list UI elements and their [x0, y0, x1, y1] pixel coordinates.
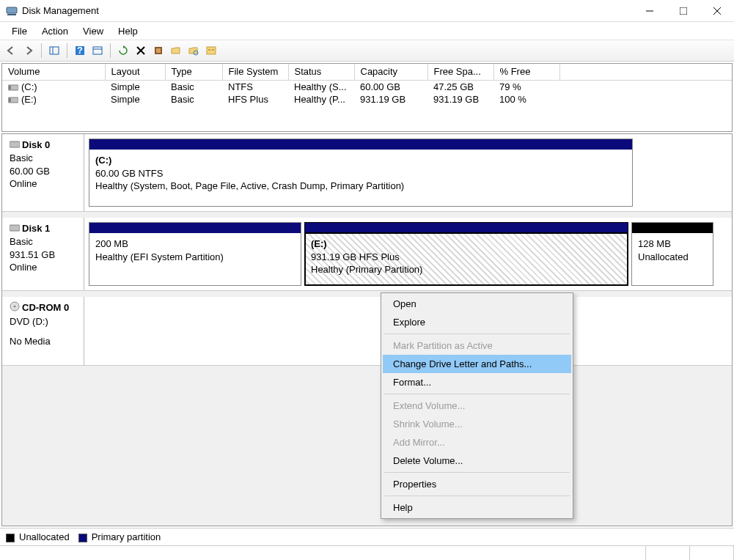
ctx-properties[interactable]: Properties	[383, 475, 571, 493]
ctx-shrink-volume: Shrink Volume...	[383, 415, 571, 433]
menu-view[interactable]: View	[76, 23, 111, 39]
legend: UnallocatedPrimary partition	[0, 528, 734, 545]
drive-icon	[8, 81, 18, 89]
menu-separator	[384, 472, 570, 473]
context-menu[interactable]: OpenExploreMark Partition as ActiveChang…	[381, 292, 573, 519]
svg-rect-10	[93, 47, 102, 54]
window-title: Disk Management	[22, 5, 633, 16]
menu-action[interactable]: Action	[34, 23, 76, 39]
disk-info[interactable]: Disk 0Basic60.00 GBOnline	[2, 134, 84, 211]
menu-separator	[384, 495, 570, 496]
partition-header	[632, 223, 713, 233]
svg-rect-21	[9, 86, 11, 89]
volume-row[interactable]: (C:)SimpleBasicNTFSHealthy (S...60.00 GB…	[2, 80, 732, 93]
ctx-delete-volume[interactable]: Delete Volume...	[383, 452, 571, 470]
ctx-add-mirror: Add Mirror...	[383, 433, 571, 452]
partition[interactable]: 200 MBHealthy (EFI System Partition)	[89, 222, 301, 286]
toolbar-help-icon[interactable]: ?	[72, 43, 88, 59]
col-type[interactable]: Type	[165, 64, 222, 80]
toolbar-open-icon[interactable]	[168, 43, 184, 59]
svg-rect-18	[208, 49, 210, 51]
svg-text:?: ?	[77, 45, 83, 56]
menu-file[interactable]: File	[4, 23, 34, 39]
svg-rect-19	[212, 49, 214, 51]
partition-header	[89, 223, 301, 233]
col--free[interactable]: % Free	[493, 64, 559, 80]
svg-rect-6	[50, 47, 59, 54]
toolbar-detail-icon[interactable]	[186, 43, 202, 59]
disk-map: Disk 0Basic60.00 GBOnline(C:)60.00 GB NT…	[1, 133, 733, 526]
toolbar-settings-icon[interactable]	[203, 43, 219, 59]
col-volume[interactable]: Volume	[2, 64, 105, 80]
ctx-help[interactable]: Help	[383, 498, 571, 517]
ctx-change-drive-letter-and-paths[interactable]: Change Drive Letter and Paths...	[383, 355, 571, 373]
col-file-system[interactable]: File System	[222, 64, 288, 80]
partition[interactable]: 128 MBUnallocated	[631, 222, 713, 286]
minimize-button[interactable]	[633, 0, 667, 22]
hdd-icon	[10, 139, 20, 152]
hdd-icon	[10, 223, 20, 236]
ctx-open[interactable]: Open	[383, 295, 571, 313]
maximize-button[interactable]	[667, 0, 700, 22]
ctx-explore[interactable]: Explore	[383, 313, 571, 331]
svg-rect-1	[7, 14, 16, 15]
ctx-format[interactable]: Format...	[383, 373, 571, 391]
svg-rect-0	[7, 7, 17, 13]
menubar: FileActionViewHelp	[0, 22, 734, 40]
svg-rect-15	[156, 48, 161, 53]
legend-item: Unallocated	[6, 531, 70, 542]
svg-rect-24	[10, 141, 20, 147]
cd-icon	[10, 301, 20, 315]
menu-help[interactable]: Help	[111, 23, 145, 39]
svg-rect-3	[680, 7, 687, 15]
toolbar-refresh-icon[interactable]	[115, 43, 131, 59]
toolbar-back-icon[interactable]	[3, 43, 19, 59]
titlebar: Disk Management	[0, 0, 734, 22]
disk-info[interactable]: CD-ROM 0DVD (D:)No Media	[2, 297, 84, 365]
toolbar-show-hide-icon[interactable]	[46, 43, 62, 59]
ctx-mark-partition-as-active: Mark Partition as Active	[383, 336, 571, 355]
legend-swatch	[6, 534, 15, 542]
disk-row: Disk 0Basic60.00 GBOnline(C:)60.00 GB NT…	[2, 134, 732, 212]
partition[interactable]: (C:)60.00 GB NTFSHealthy (System, Boot, …	[89, 139, 633, 207]
toolbar-delete-icon[interactable]	[133, 43, 149, 59]
app-icon	[6, 5, 18, 17]
legend-item: Primary partition	[78, 531, 161, 542]
menu-separator	[384, 334, 570, 334]
svg-point-27	[14, 306, 16, 308]
partition[interactable]: (E:)931.19 GB HFS PlusHealthy (Primary P…	[304, 222, 628, 286]
col-layout[interactable]: Layout	[105, 64, 165, 80]
disk-row: CD-ROM 0DVD (D:)No Media	[2, 297, 732, 366]
window-buttons	[633, 0, 734, 21]
svg-rect-25	[10, 225, 20, 231]
partition-header	[89, 139, 632, 150]
col-free-spa-[interactable]: Free Spa...	[427, 64, 493, 80]
volume-list[interactable]: VolumeLayoutTypeFile SystemStatusCapacit…	[1, 63, 733, 132]
toolbar: ?	[0, 40, 734, 62]
col-status[interactable]: Status	[288, 64, 354, 80]
disk-info[interactable]: Disk 1Basic931.51 GBOnline	[2, 218, 84, 290]
status-bar	[0, 545, 734, 560]
svg-rect-17	[207, 47, 216, 54]
toolbar-forward-icon[interactable]	[21, 43, 37, 59]
ctx-extend-volume: Extend Volume...	[383, 397, 571, 415]
disk-row: Disk 1Basic931.51 GBOnline200 MBHealthy …	[2, 218, 732, 291]
drive-icon	[8, 94, 18, 101]
legend-swatch	[78, 534, 87, 542]
toolbar-unknown-icon[interactable]	[150, 43, 166, 59]
partition-header	[305, 223, 628, 233]
svg-rect-23	[9, 98, 11, 102]
col-capacity[interactable]: Capacity	[354, 64, 427, 80]
menu-separator	[384, 394, 570, 394]
volume-headers[interactable]: VolumeLayoutTypeFile SystemStatusCapacit…	[2, 64, 732, 80]
close-button[interactable]	[700, 0, 734, 22]
toolbar-properties-icon[interactable]	[89, 43, 106, 59]
volume-row[interactable]: (E:)SimpleBasicHFS PlusHealthy (P...931.…	[2, 93, 732, 106]
